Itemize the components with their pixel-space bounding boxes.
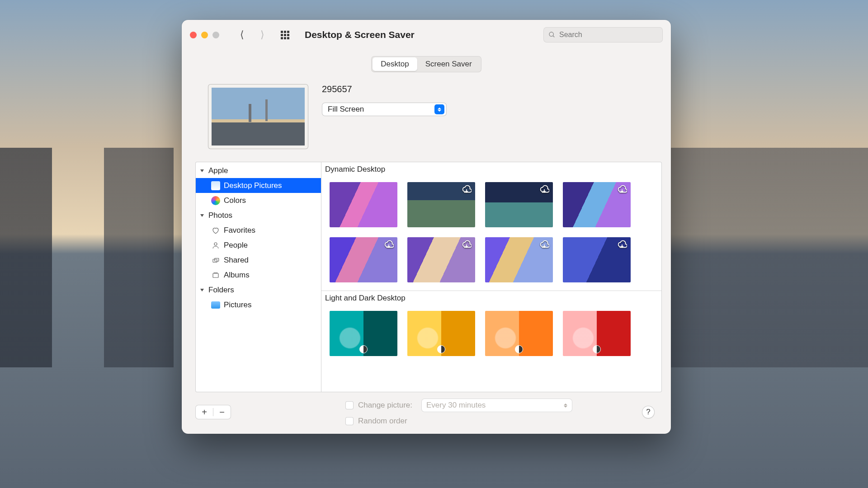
popup-stepper-icon bbox=[564, 404, 567, 408]
random-order-checkbox[interactable] bbox=[345, 417, 354, 425]
section-dynamic: Dynamic Desktop bbox=[321, 162, 661, 291]
sidebar-label: Favorites bbox=[224, 226, 255, 235]
wallpaper-name: 295657 bbox=[322, 84, 447, 94]
change-picture-label: Change picture: bbox=[358, 401, 412, 410]
fit-mode-popup[interactable]: Fill Screen bbox=[322, 103, 447, 116]
search-icon bbox=[548, 31, 556, 38]
download-icon bbox=[384, 240, 394, 250]
random-order-label: Random order bbox=[358, 417, 407, 426]
shared-icon bbox=[211, 256, 220, 265]
sidebar-item-albums[interactable]: Albums bbox=[196, 267, 321, 282]
wallpaper-thumb[interactable] bbox=[485, 237, 553, 282]
wallpaper-preview-image bbox=[212, 88, 305, 145]
minimize-button[interactable] bbox=[201, 32, 208, 38]
heart-icon bbox=[211, 226, 220, 235]
sidebar-label: Colors bbox=[224, 196, 246, 205]
section-title: Dynamic Desktop bbox=[321, 162, 661, 176]
wallpaper-thumb[interactable] bbox=[407, 182, 475, 227]
section-title: Light and Dark Desktop bbox=[321, 291, 661, 305]
tab-screensaver[interactable]: Screen Saver bbox=[417, 57, 480, 71]
header-row: 295657 Fill Screen bbox=[191, 72, 662, 162]
footer-options: Change picture: Every 30 minutes Random … bbox=[345, 399, 572, 426]
download-icon bbox=[462, 240, 472, 250]
wallpaper-thumb[interactable] bbox=[485, 182, 553, 227]
help-button[interactable]: ? bbox=[642, 406, 655, 418]
add-folder-button[interactable]: + bbox=[196, 405, 213, 419]
tab-bar: Desktop Screen Saver bbox=[191, 50, 662, 72]
header-info: 295657 Fill Screen bbox=[322, 84, 447, 116]
window-controls bbox=[190, 32, 219, 38]
forward-button[interactable]: ⟩ bbox=[258, 29, 267, 41]
sidebar-item-desktop-pictures[interactable]: Desktop Pictures bbox=[196, 178, 321, 193]
sidebar-label: Shared bbox=[224, 256, 249, 265]
close-button[interactable] bbox=[190, 32, 197, 38]
sidebar-item-shared[interactable]: Shared bbox=[196, 253, 321, 267]
svg-line-1 bbox=[553, 36, 554, 37]
interval-popup[interactable]: Every 30 minutes bbox=[421, 399, 572, 412]
wallpaper-thumb[interactable] bbox=[563, 311, 631, 356]
disclosure-triangle-icon bbox=[199, 287, 205, 293]
wallpaper-gallery: Dynamic Desktop Light and Dark Desktop bbox=[321, 162, 662, 392]
wallpaper-thumb[interactable] bbox=[330, 311, 397, 356]
wallpaper-thumb[interactable] bbox=[563, 237, 631, 282]
remove-folder-button[interactable]: − bbox=[213, 405, 231, 419]
sidebar-cat-photos[interactable]: Photos bbox=[196, 208, 321, 223]
albums-icon bbox=[211, 271, 220, 280]
sidebar-item-favorites[interactable]: Favorites bbox=[196, 223, 321, 238]
search-field[interactable] bbox=[543, 27, 663, 42]
disclosure-triangle-icon bbox=[199, 168, 205, 174]
tab-desktop[interactable]: Desktop bbox=[373, 57, 417, 71]
download-icon bbox=[539, 240, 549, 250]
svg-point-2 bbox=[214, 243, 217, 245]
window-title: Desktop & Screen Saver bbox=[305, 29, 415, 40]
wallpaper-thumb[interactable] bbox=[485, 311, 553, 356]
download-icon bbox=[617, 185, 627, 195]
download-icon bbox=[462, 185, 472, 195]
wallpaper-preview bbox=[208, 84, 308, 149]
sidebar-label: Albums bbox=[224, 271, 250, 280]
preferences-window: ⟨ ⟩ Desktop & Screen Saver Desktop Scree… bbox=[182, 20, 671, 434]
sidebar-label: People bbox=[224, 241, 248, 250]
fit-mode-value: Fill Screen bbox=[328, 105, 364, 114]
source-sidebar: Apple Desktop Pictures Colors Photos Fav… bbox=[195, 162, 321, 392]
sidebar-label: Pictures bbox=[224, 300, 251, 310]
zoom-button[interactable] bbox=[212, 32, 219, 38]
wallpaper-thumb[interactable] bbox=[330, 182, 397, 227]
wallpaper-thumb[interactable] bbox=[407, 311, 475, 356]
sidebar-label: Folders bbox=[208, 286, 234, 295]
wallpaper-thumb[interactable] bbox=[407, 237, 475, 282]
sidebar-label: Photos bbox=[208, 211, 232, 220]
sidebar-cat-folders[interactable]: Folders bbox=[196, 282, 321, 297]
interval-value: Every 30 minutes bbox=[426, 401, 486, 410]
svg-point-0 bbox=[549, 32, 553, 36]
disclosure-triangle-icon bbox=[199, 213, 205, 218]
content: Desktop Screen Saver 295657 Fill Screen … bbox=[182, 50, 671, 434]
footer: + − Change picture: Every 30 minutes bbox=[191, 392, 662, 434]
change-picture-row: Change picture: bbox=[345, 401, 412, 410]
back-button[interactable]: ⟨ bbox=[237, 29, 247, 41]
light-dark-icon bbox=[515, 345, 523, 353]
person-icon bbox=[211, 241, 220, 250]
sidebar-item-people[interactable]: People bbox=[196, 238, 321, 253]
change-picture-checkbox[interactable] bbox=[345, 401, 354, 409]
sidebar-item-pictures[interactable]: Pictures bbox=[196, 297, 321, 312]
svg-rect-3 bbox=[213, 259, 217, 262]
download-icon bbox=[617, 240, 627, 250]
tab-segment: Desktop Screen Saver bbox=[371, 56, 481, 72]
svg-rect-5 bbox=[213, 273, 218, 277]
random-order-row: Random order bbox=[345, 417, 572, 426]
search-input[interactable] bbox=[559, 31, 658, 39]
wallpaper-thumb[interactable] bbox=[330, 237, 397, 282]
nav-arrows: ⟨ ⟩ bbox=[237, 29, 267, 41]
folder-icon bbox=[211, 181, 220, 190]
lightdark-thumbs bbox=[321, 305, 661, 364]
show-all-icon[interactable] bbox=[281, 31, 289, 39]
light-dark-icon bbox=[593, 345, 601, 353]
dynamic-thumbs bbox=[321, 176, 661, 291]
section-lightdark: Light and Dark Desktop bbox=[321, 291, 661, 364]
sidebar-label: Desktop Pictures bbox=[224, 181, 282, 190]
wallpaper-thumb[interactable] bbox=[563, 182, 631, 227]
sidebar-item-colors[interactable]: Colors bbox=[196, 193, 321, 208]
sidebar-cat-apple[interactable]: Apple bbox=[196, 163, 321, 178]
split-view: Apple Desktop Pictures Colors Photos Fav… bbox=[191, 162, 662, 392]
